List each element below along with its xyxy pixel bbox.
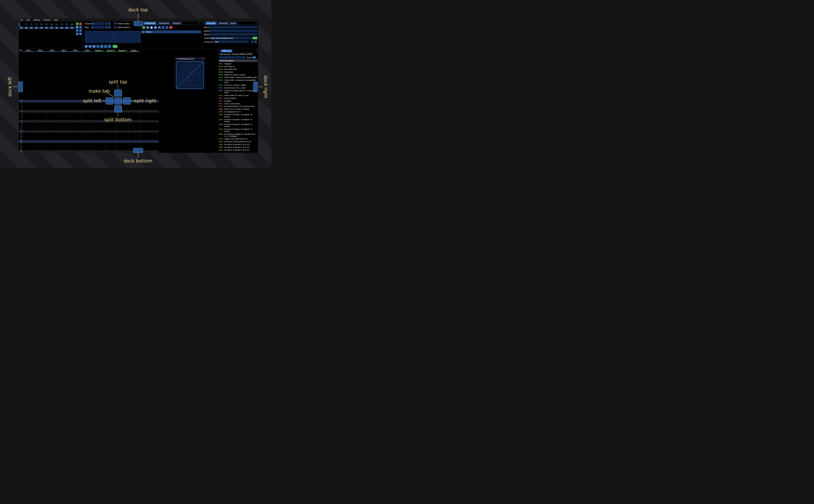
pattern-cell[interactable]: ··· ·· ·· ···: [70, 131, 81, 133]
pattern-cell[interactable]: ··· ·· ·· ···: [93, 146, 105, 148]
instrument-delete-button[interactable]: ×: [169, 26, 172, 29]
auto-system-button[interactable]: Auto: [252, 37, 257, 39]
pattern-cell[interactable]: ··· ·· ·· ···: [70, 148, 81, 150]
play-pattern-button[interactable]: [88, 45, 92, 48]
pattern-cell[interactable]: ··· ·· ·· ···: [46, 138, 58, 140]
effect-row-0Fxx[interactable]: 0FxxSet speed (speed 2 if no grooves exi…: [219, 105, 258, 107]
effect-row-03xx[interactable]: 03xxPortamento: [219, 71, 258, 73]
pattern-cell[interactable]: ··· ·· ·· ···: [81, 120, 93, 123]
pattern-cell[interactable]: ··· ·· ·· ···: [117, 141, 128, 143]
collapse-arrow-icon[interactable]: ▼: [219, 50, 220, 52]
pattern-cell[interactable]: ··· ·· ·· ···: [105, 146, 117, 148]
oscilloscope-titlebar[interactable]: ▼ Oscilloscope (X-Y) ×: [175, 57, 205, 60]
pattern-cell[interactable]: ··· ·· ·· ···: [70, 120, 81, 123]
order-value-cell[interactable]: 00: [59, 27, 64, 29]
pattern-cell[interactable]: ··· ·· ·· ···: [23, 115, 34, 117]
pattern-cell[interactable]: ··· ·· ·· ···: [117, 125, 128, 127]
effect-row-04xy[interactable]: 04xyVibrato (x: speed; y: depth): [219, 74, 258, 76]
effect-row-11xx[interactable]: 11xxSet feedback (0 to 7): [219, 111, 258, 113]
pattern-cell[interactable]: ··· ·· ·· ···: [70, 128, 81, 130]
pattern-cell[interactable]: ··· ·· ·· ···: [81, 113, 93, 115]
pattern-cell[interactable]: ··· ·· ·· ···: [81, 115, 93, 117]
piano-lower[interactable]: [85, 37, 140, 43]
instrument-open-button[interactable]: [150, 26, 153, 29]
pattern-cell[interactable]: ··· ·· ·· ···: [58, 120, 70, 123]
pattern-cell[interactable]: ··· ·· ·· ···: [93, 143, 105, 145]
pattern-row-16[interactable]: 16··· ·· ·· ······ ·· ·· ······ ·· ·· ··…: [19, 140, 159, 143]
pattern-cell[interactable]: ··· ·· ·· ···: [58, 131, 70, 133]
play-button[interactable]: ▶: [85, 45, 88, 48]
menu-item-file[interactable]: file: [20, 19, 23, 21]
tab-song-info[interactable]: Song Info: [205, 22, 216, 25]
pattern-cell[interactable]: ··· ·· ·· ···: [70, 146, 81, 148]
pattern-cell[interactable]: ··· ·· ·· ···: [23, 120, 34, 123]
pattern-cell[interactable]: ··· ·· ·· ···: [34, 100, 46, 102]
octave-plus-button[interactable]: +: [108, 22, 110, 25]
pattern-row-15[interactable]: 15··· ·· ·· ······ ·· ·· ······ ·· ·· ··…: [19, 138, 159, 140]
pattern-cell[interactable]: ··· ·· ·· ···: [46, 148, 58, 150]
effect-list-menu-button[interactable]: ≡: [253, 56, 256, 59]
pattern-cell[interactable]: ··· ·· ·· ···: [23, 105, 34, 107]
instrument-add-button[interactable]: +: [142, 26, 145, 29]
pattern-cell[interactable]: ··· ·· ·· ···: [46, 113, 58, 115]
pattern-cell[interactable]: ··· ·· ·· ···: [93, 148, 105, 150]
pattern-cell[interactable]: ··· ·· ·· ···: [46, 133, 58, 135]
pattern-cell[interactable]: ··· ·· ·· ···: [128, 123, 140, 125]
orders-row[interactable]: 00 00000000000000000000: [19, 27, 75, 29]
pattern-cell[interactable]: ··· ·· ·· ···: [23, 113, 34, 115]
pattern-cell[interactable]: ··· ·· ·· ···: [105, 133, 117, 135]
pattern-cell[interactable]: ··· ·· ·· ···: [105, 151, 117, 153]
split-target-right[interactable]: [123, 97, 131, 104]
pattern-cell[interactable]: ··· ·· ·· ···: [58, 141, 70, 143]
instrument-list-item-none[interactable]: - None -: [141, 30, 201, 33]
pattern-cell[interactable]: ··· ·· ·· ···: [34, 113, 46, 115]
pattern-cell[interactable]: ··· ·· ·· ···: [128, 105, 140, 107]
pattern-cell[interactable]: ··· ·· ·· ···: [93, 123, 105, 125]
pattern-cell[interactable]: ··· ·· ·· ···: [81, 108, 93, 110]
effect-row-1Axx[interactable]: 1AxxSet attack of operator 1 (0 to 1F): [219, 143, 258, 146]
order-value-cell[interactable]: 00: [44, 27, 49, 29]
tuning-plus-button[interactable]: +: [254, 40, 257, 43]
pattern-row-17[interactable]: 17··· ·· ·· ······ ·· ·· ······ ·· ·· ··…: [19, 143, 159, 145]
tuning-minus-button[interactable]: -: [251, 40, 254, 43]
pattern-cell[interactable]: ··· ·· ·· ···: [58, 143, 70, 145]
effect-row-05xy[interactable]: 05xyVolume slide + vibrato (compatibilit…: [219, 76, 258, 78]
pattern-cell[interactable]: ··· ·· ·· ···: [46, 103, 58, 105]
pattern-cell[interactable]: ··· ·· ·· ···: [117, 143, 128, 145]
repeat-button[interactable]: ↻: [108, 45, 111, 48]
pattern-cell[interactable]: ··· ·· ·· ···: [46, 151, 58, 153]
menu-item-window[interactable]: window: [44, 19, 50, 21]
pattern-cell[interactable]: ··· ·· ·· ···: [81, 146, 93, 148]
pattern-cell[interactable]: ··· ·· ·· ···: [23, 136, 34, 138]
pattern-cell[interactable]: ··· ·· ·· ···: [128, 131, 140, 133]
collapse-arrow-icon[interactable]: ▼: [203, 22, 205, 24]
order-value-cell[interactable]: 00: [24, 27, 29, 29]
effect-row-01xx[interactable]: 01xxPitch slide up: [219, 65, 258, 68]
pattern-row-10[interactable]: 10··· ·· ·· ······ ·· ·· ······ ·· ·· ··…: [19, 125, 159, 128]
pattern-cell[interactable]: ··· ·· ·· ···: [128, 125, 140, 127]
pattern-cell[interactable]: ··· ·· ·· ···: [58, 103, 70, 105]
pattern-row-14[interactable]: 14··· ·· ·· ······ ·· ·· ······ ·· ·· ··…: [19, 135, 159, 138]
pattern-cell[interactable]: ··· ·· ·· ···: [23, 108, 34, 110]
pattern-cell[interactable]: ··· ·· ·· ···: [105, 123, 117, 125]
pattern-cell[interactable]: ··· ·· ·· ···: [81, 131, 93, 133]
pattern-cell[interactable]: ··· ·· ·· ···: [46, 146, 58, 148]
pattern-cell[interactable]: ··· ·· ·· ···: [34, 136, 46, 138]
instrument-save-button[interactable]: [154, 26, 157, 29]
pattern-cell[interactable]: ··· ·· ·· ···: [70, 105, 81, 107]
order-value-cell[interactable]: 00: [69, 27, 74, 29]
effect-row-1Bxx[interactable]: 1BxxSet attack of operator 2 (0 to 1F): [219, 146, 258, 148]
pattern-cell[interactable]: ··· ·· ·· ···: [128, 143, 140, 145]
pattern-cell[interactable]: ··· ·· ·· ···: [58, 100, 70, 102]
oscilloscope-window[interactable]: ▼ Oscilloscope (X-Y) ×: [174, 57, 205, 90]
pattern-cell[interactable]: ··· ·· ·· ···: [46, 123, 58, 125]
order-add-button[interactable]: +: [76, 22, 78, 25]
pattern-cell[interactable]: ··· ·· ·· ···: [93, 133, 105, 135]
follow-orders-checkbox[interactable]: ✓: [114, 22, 116, 25]
play-from-cursor-button[interactable]: ▶: [92, 45, 96, 48]
pattern-cell[interactable]: ··· ·· ·· ···: [81, 125, 93, 127]
pattern-cell[interactable]: ··· ·· ·· ···: [70, 143, 81, 145]
pattern-cell[interactable]: ··· ·· ·· ···: [46, 118, 58, 120]
pattern-cell[interactable]: ··· ·· ·· ···: [34, 148, 46, 150]
pattern-cell[interactable]: ··· ·· ·· ···: [81, 118, 93, 120]
